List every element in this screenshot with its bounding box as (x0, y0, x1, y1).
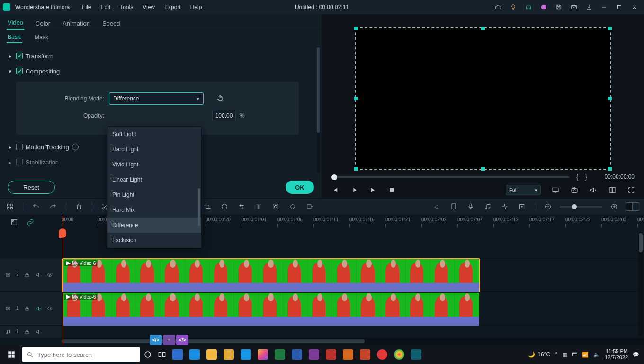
menu-edit[interactable]: Edit (97, 4, 115, 10)
option-vivid-light[interactable]: Vivid Light (107, 157, 201, 172)
option-pin-light[interactable]: Pin Light (107, 187, 201, 202)
account-icon[interactable] (537, 0, 550, 14)
zoom-slider[interactable] (560, 206, 602, 208)
mark-out-icon[interactable]: } (585, 173, 587, 181)
window-minimize-icon[interactable] (598, 0, 611, 14)
blending-mode-select[interactable]: Difference ▾ (109, 92, 204, 105)
help-icon[interactable]: ? (72, 144, 79, 150)
tab-animation[interactable]: Animation (62, 17, 91, 30)
cortana-icon[interactable] (141, 345, 154, 364)
clip-my-video-6-b[interactable]: My Video-6 (63, 293, 479, 326)
onedrive-icon[interactable]: ▦ (563, 352, 567, 358)
checkbox-transform[interactable] (16, 53, 23, 59)
play-icon[interactable] (349, 186, 358, 194)
taskbar-app[interactable] (272, 347, 287, 362)
play-forward-icon[interactable] (368, 186, 377, 194)
redo-icon[interactable] (48, 201, 58, 212)
taskbar-app[interactable] (340, 347, 356, 362)
option-difference[interactable]: Difference (107, 218, 201, 233)
handle-icon[interactable] (354, 167, 358, 171)
menu-view[interactable]: View (139, 4, 159, 10)
lock-icon[interactable] (24, 305, 30, 312)
checkbox-compositing[interactable] (16, 68, 23, 74)
taskbar-app[interactable] (204, 347, 219, 362)
taskbar-app[interactable] (392, 347, 407, 362)
taskbar-app[interactable] (323, 347, 339, 362)
badge-icon[interactable]: ≡ (163, 335, 175, 345)
handle-icon[interactable] (481, 167, 485, 171)
volume-icon[interactable] (589, 186, 598, 194)
battery-icon[interactable]: 🗔 (572, 352, 577, 357)
zoom-out-icon[interactable] (543, 201, 553, 212)
playhead-grip-icon[interactable] (59, 228, 66, 238)
taskbar-app[interactable] (358, 347, 373, 362)
subtab-mask[interactable]: Mask (34, 32, 49, 43)
blade-icon[interactable] (500, 201, 510, 212)
taskbar-app[interactable] (221, 347, 236, 362)
snapshot-icon[interactable] (570, 186, 579, 194)
taskbar-clock[interactable]: 11:55 PM 12/7/2022 (605, 348, 628, 361)
tray-overflow-icon[interactable]: ˄ (555, 352, 558, 358)
section-compositing[interactable]: ▾ Compositing (5, 64, 318, 79)
crop-icon[interactable] (202, 201, 213, 212)
record-icon[interactable] (517, 201, 527, 212)
handle-icon[interactable] (354, 27, 358, 30)
tab-speed[interactable]: Speed (101, 17, 121, 30)
preview-canvas[interactable] (355, 27, 611, 170)
undo-icon[interactable] (31, 201, 41, 212)
headphones-icon[interactable] (522, 0, 535, 14)
lock-icon[interactable] (24, 272, 30, 278)
taskbar-app[interactable] (187, 347, 202, 362)
taskbar-app[interactable] (375, 347, 390, 362)
download-icon[interactable] (582, 0, 596, 14)
adjust-icon[interactable] (236, 201, 247, 212)
color-icon[interactable] (219, 201, 230, 212)
opacity-input[interactable]: 100.00 (212, 110, 236, 121)
stop-icon[interactable] (387, 186, 396, 194)
scrub-knob[interactable] (331, 174, 337, 180)
delete-icon[interactable] (74, 201, 84, 212)
mail-icon[interactable] (567, 0, 581, 14)
taskbar-app[interactable] (255, 347, 270, 362)
playhead[interactable] (63, 215, 63, 345)
subtab-basic[interactable]: Basic (7, 32, 22, 43)
menu-help[interactable]: Help (187, 4, 206, 10)
grid-icon[interactable] (5, 201, 15, 212)
step-back-icon[interactable] (331, 186, 339, 194)
option-soft-light[interactable]: Soft Light (107, 127, 201, 142)
handle-icon[interactable] (481, 27, 485, 30)
save-icon[interactable] (552, 0, 565, 14)
voiceover-icon[interactable] (465, 201, 476, 212)
taskbar-app[interactable] (306, 347, 322, 362)
taskbar-search[interactable]: Type here to search (22, 347, 140, 362)
clip-my-video-6-a[interactable]: My Video-6 (63, 259, 479, 292)
option-hard-light[interactable]: Hard Light (107, 142, 201, 157)
handle-icon[interactable] (608, 27, 612, 30)
audio-mix-icon[interactable] (483, 201, 493, 212)
layout-icon[interactable] (608, 186, 617, 194)
eye-icon[interactable] (46, 305, 53, 312)
notifications-icon[interactable]: 💬 (633, 352, 639, 358)
scrub-track[interactable] (331, 176, 570, 178)
taskbar-app[interactable] (238, 347, 253, 362)
mute-on-icon[interactable] (35, 305, 42, 312)
eye-icon[interactable] (46, 272, 53, 278)
export-segment-icon[interactable] (304, 201, 315, 212)
dropdown-scrollbar[interactable] (198, 188, 200, 226)
reset-blending-icon[interactable] (213, 92, 227, 105)
taskbar-app[interactable] (409, 347, 424, 362)
taskbar-app[interactable] (289, 347, 304, 362)
ok-button[interactable]: OK (286, 181, 314, 194)
task-view-icon[interactable] (155, 345, 169, 364)
option-linear-light[interactable]: Linear Light (107, 172, 201, 187)
mute-icon[interactable] (35, 272, 42, 278)
window-close-icon[interactable] (628, 0, 641, 14)
start-button[interactable] (2, 345, 21, 364)
menu-export[interactable]: Export (161, 4, 185, 10)
zoom-in-icon[interactable] (609, 201, 619, 212)
checkbox-stabilization[interactable] (16, 159, 23, 165)
window-maximize-icon[interactable] (613, 0, 626, 14)
preview-quality-select[interactable]: Full▾ (506, 185, 541, 195)
link-icon[interactable] (27, 218, 34, 228)
keyframe-icon[interactable] (287, 201, 298, 212)
